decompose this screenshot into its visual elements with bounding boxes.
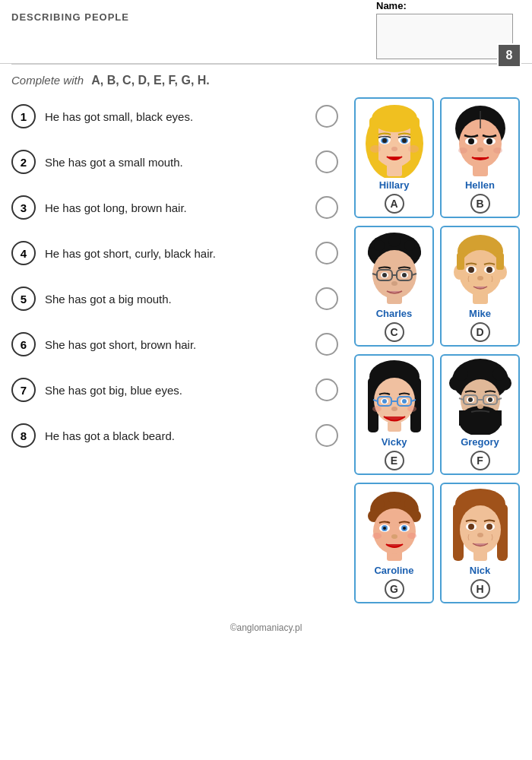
- page-title: DESCRIBING PEOPLE: [11, 8, 129, 23]
- question-row-2: 2 She has got a small mouth.: [8, 139, 342, 185]
- answer-circle-5[interactable]: [315, 287, 338, 310]
- svg-rect-61: [388, 421, 401, 432]
- image-pair-AB: Hillary A: [350, 97, 524, 218]
- answer-circle-3[interactable]: [315, 196, 338, 219]
- question-row-3: 3 He has got long, brown hair.: [8, 185, 342, 230]
- svg-point-11: [402, 138, 407, 143]
- question-number-5: 5: [11, 287, 36, 311]
- question-row-4: 4 He has got short, curly, black hair.: [8, 230, 342, 276]
- answer-circle-6[interactable]: [315, 333, 338, 356]
- person-name-nick: Nick: [470, 565, 490, 576]
- svg-rect-4: [369, 117, 378, 163]
- svg-rect-114: [473, 550, 487, 561]
- question-text-4: He has got short, curly, black hair.: [45, 247, 306, 260]
- question-row-7: 7 She has got big, blue eyes.: [8, 367, 342, 413]
- person-face-hellen: [446, 102, 515, 178]
- question-text-7: She has got big, blue eyes.: [45, 384, 306, 397]
- svg-point-109: [407, 533, 416, 539]
- answer-circle-1[interactable]: [315, 105, 338, 128]
- svg-point-13: [370, 145, 381, 153]
- svg-point-90: [468, 397, 473, 402]
- question-number-7: 7: [11, 378, 36, 402]
- svg-point-113: [460, 505, 501, 554]
- question-text-8: He has got a black beard.: [45, 429, 306, 442]
- svg-point-71: [391, 407, 397, 411]
- svg-point-91: [488, 397, 492, 402]
- svg-point-92: [477, 404, 483, 409]
- name-label: Name:: [376, 0, 407, 11]
- question-number-3: 3: [11, 195, 36, 220]
- question-text-6: She has got short, brown hair.: [45, 338, 306, 351]
- svg-point-106: [403, 527, 406, 530]
- svg-point-78: [492, 367, 506, 381]
- person-card-caroline: Caroline G: [354, 483, 434, 603]
- svg-point-117: [468, 524, 474, 530]
- person-name-gregory: Gregory: [461, 436, 499, 448]
- main-content: 1 He has got small, black eyes. 2 She ha…: [0, 93, 532, 603]
- svg-point-118: [486, 524, 492, 530]
- image-pair-CD: Charles C: [350, 226, 524, 347]
- nick-face-svg: [446, 487, 515, 563]
- person-name-hillary: Hillary: [379, 179, 410, 191]
- question-row-1: 1 He has got small, black eyes.: [8, 93, 342, 139]
- person-letter-E: E: [385, 451, 404, 470]
- svg-point-56: [477, 276, 483, 280]
- hellen-face-svg: [446, 102, 515, 178]
- svg-point-70: [402, 399, 407, 404]
- svg-rect-5: [410, 117, 420, 163]
- person-face-hillary: [360, 102, 429, 178]
- person-card-hellen: Hellen B: [440, 97, 520, 218]
- svg-point-23: [477, 147, 483, 152]
- person-face-vicky: [360, 359, 429, 435]
- person-face-charles: [360, 230, 429, 306]
- question-text-3: He has got long, brown hair.: [45, 201, 306, 214]
- person-letter-F: F: [470, 451, 490, 470]
- svg-point-31: [388, 235, 401, 247]
- svg-point-10: [382, 138, 387, 143]
- person-name-charles: Charles: [376, 308, 413, 319]
- questions-column: 1 He has got small, black eyes. 2 She ha…: [8, 93, 350, 603]
- question-number-4: 4: [11, 241, 36, 265]
- svg-rect-50: [457, 253, 464, 270]
- question-row-5: 5 She has got a big mouth.: [8, 276, 342, 321]
- name-input-box[interactable]: 8: [376, 14, 513, 59]
- person-face-caroline: [360, 487, 429, 563]
- footer: ©anglomaniacy.pl: [0, 611, 532, 644]
- person-face-mike: [446, 230, 515, 306]
- person-letter-G: G: [385, 579, 404, 599]
- svg-point-41: [382, 273, 387, 277]
- svg-point-21: [468, 138, 474, 144]
- svg-point-97: [404, 499, 415, 509]
- svg-point-29: [374, 240, 385, 251]
- person-letter-B: B: [470, 194, 490, 214]
- svg-point-24: [458, 147, 467, 154]
- caroline-face-svg: [360, 487, 429, 563]
- answer-circle-4[interactable]: [315, 242, 338, 264]
- footer-copyright: ©anglomaniacy.pl: [230, 622, 302, 633]
- answer-circle-2[interactable]: [315, 150, 338, 173]
- vicky-face-svg: [360, 359, 429, 435]
- gregory-face-svg: [446, 359, 515, 435]
- question-text-1: He has got small, black eyes.: [45, 110, 306, 123]
- answer-circle-8[interactable]: [315, 424, 338, 447]
- question-text-2: She has got a small mouth.: [45, 156, 306, 169]
- person-letter-H: H: [470, 579, 490, 599]
- mike-face-svg: [446, 230, 515, 306]
- question-number-2: 2: [11, 150, 36, 174]
- charles-face-svg: [360, 230, 429, 306]
- answer-circle-7[interactable]: [315, 378, 338, 401]
- svg-point-108: [372, 533, 382, 539]
- header: DESCRIBING PEOPLE Name: 8: [0, 0, 532, 64]
- hillary-face-svg: [360, 102, 429, 178]
- svg-point-107: [391, 534, 397, 539]
- svg-point-73: [407, 406, 416, 412]
- svg-point-22: [486, 138, 492, 144]
- question-text-5: She has got a big mouth.: [45, 293, 306, 306]
- svg-point-96: [374, 499, 385, 509]
- page-number-badge: 8: [497, 43, 521, 68]
- question-row-8: 8 He has got a black beard.: [8, 413, 342, 458]
- instruction-text: Complete with: [11, 74, 84, 87]
- svg-point-98: [388, 492, 401, 505]
- svg-point-14: [408, 145, 419, 153]
- person-name-mike: Mike: [469, 308, 491, 319]
